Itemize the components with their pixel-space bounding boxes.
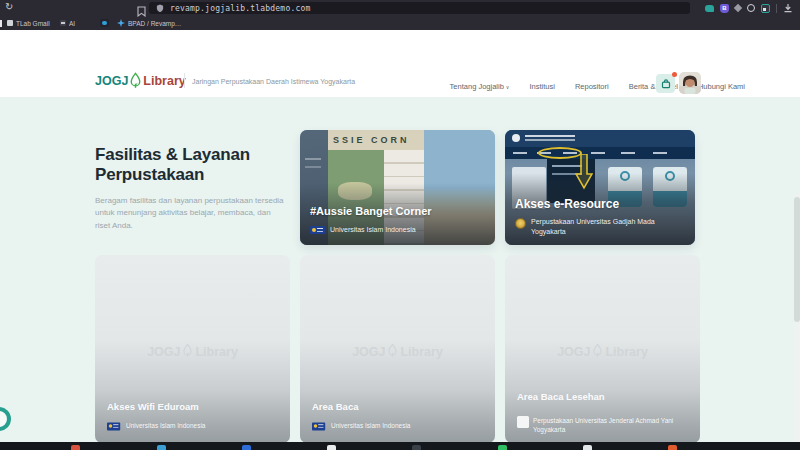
logo-text-library: Library — [143, 74, 185, 88]
yellow-arrow-annotation — [575, 154, 593, 192]
shield-icon — [156, 4, 164, 13]
url-bar[interactable]: revamp.jogjalib.tlabdemo.com — [149, 2, 690, 14]
taskbar-app-icon-5[interactable] — [412, 445, 421, 450]
cut-bookmark-icon[interactable] — [0, 20, 2, 27]
taskbar-app-icon-1[interactable] — [71, 445, 80, 450]
notification-dot — [672, 72, 677, 77]
camera-bookmark-icon[interactable] — [100, 19, 109, 27]
cart-button[interactable] — [656, 74, 675, 93]
bookmark-bpad-revamp[interactable]: BPAD / Revamp… — [128, 20, 181, 27]
screenshot-site-header — [505, 130, 695, 147]
tlab-gmail-icon — [7, 20, 13, 26]
frame-extension-icon[interactable] — [761, 4, 770, 13]
uii-logo — [310, 226, 325, 235]
site-header: JOGJ Library Jaringan Perpustakaan Daera… — [0, 30, 800, 76]
card-org-row: Perpustakaan Universitas Gadjah Mada Yog… — [515, 217, 681, 237]
card-org-name: Universitas Islam Indonesia — [126, 421, 205, 431]
url-text: revamp.jogjalib.tlabdemo.com — [170, 4, 310, 13]
card-org-row: Perpustakaan Universitas Jenderal Achmad… — [517, 416, 693, 436]
ugm-logo — [515, 218, 526, 229]
bookmarks-bar: TLab Gmail AI BPAD / Revamp… — [0, 16, 800, 30]
diamond-extension-icon[interactable] — [734, 4, 742, 12]
card-title: Akses e-Resource — [515, 197, 619, 211]
section-description: Beragam fasilitas dan layanan perpustaka… — [95, 195, 285, 232]
taskbar-app-icon-7[interactable] — [583, 445, 592, 450]
card-title: Area Baca — [312, 401, 358, 412]
tree-logo-icon — [129, 72, 142, 89]
bookmark-ai[interactable]: AI — [69, 20, 75, 27]
card-org-row: Universitas Islam Indonesia — [312, 421, 410, 431]
os-taskbar — [0, 442, 800, 450]
site-logo[interactable]: JOGJ Library — [95, 72, 186, 90]
placeholder-watermark: JOGJ Library — [95, 343, 290, 360]
placeholder-watermark: JOGJ Library — [505, 343, 700, 360]
reload-icon[interactable]: ↻ — [5, 1, 13, 12]
card-akses-e-resource[interactable]: Akses e-Resource Perpustakaan Universita… — [505, 130, 695, 245]
section-title: Fasilitas & Layanan Perpustakaan — [95, 145, 300, 186]
section-header: Fasilitas & Layanan Perpustakaan Beragam… — [95, 145, 300, 232]
card-title: Area Baca Lesehan — [517, 391, 605, 402]
site-tagline: Jaringan Perpustakaan Daerah Istimewa Yo… — [192, 78, 355, 85]
unjani-logo — [517, 416, 529, 428]
ghost-extension-icon[interactable] — [747, 4, 755, 12]
avatar-image — [679, 72, 701, 94]
card-org-name: Perpustakaan Universitas Jenderal Achmad… — [533, 416, 693, 436]
card-title: #Aussie Banget Corner — [310, 205, 432, 217]
taskbar-app-icon-2[interactable] — [157, 445, 166, 450]
bookmark-tlab-gmail[interactable]: TLab Gmail — [16, 20, 50, 27]
card-org-name: Perpustakaan Universitas Gadjah Mada Yog… — [531, 217, 681, 237]
teal-extension-icon[interactable] — [705, 5, 714, 12]
placeholder-watermark: JOGJ Library — [300, 343, 495, 360]
scrollbar-thumb[interactable] — [794, 197, 800, 322]
card-akses-wifi-eduroam[interactable]: JOGJ Library Akses Wifi Eduroam Universi… — [95, 255, 290, 443]
card-org-name: Universitas Islam Indonesia — [331, 421, 410, 431]
tree-watermark-icon — [182, 343, 193, 358]
user-avatar[interactable] — [679, 72, 701, 94]
download-icon[interactable] — [783, 3, 793, 13]
nav-hubungi-kami[interactable]: Hubungi Kami — [698, 82, 745, 91]
nav-repositori[interactable]: Repositori — [575, 82, 609, 91]
bag-icon — [661, 79, 671, 89]
toolbar-separator — [776, 4, 777, 13]
taskbar-app-icon-4[interactable] — [327, 445, 336, 450]
taskbar-app-icon-6[interactable] — [498, 445, 507, 450]
card-org-row: Universitas Islam Indonesia — [107, 421, 205, 431]
card-aussie-banget-corner[interactable]: SSIE CORN #Aussie Banget Corner Universi… — [300, 130, 495, 245]
nav-tentang-jogjalib[interactable]: Tentang Jogjalib∨ — [450, 82, 510, 91]
ai-bookmark-icon — [60, 20, 66, 26]
tree-watermark-icon — [592, 343, 603, 358]
uii-logo — [107, 422, 120, 429]
header-divider — [184, 73, 185, 88]
card-title: Akses Wifi Eduroam — [107, 401, 199, 412]
card-area-baca-lesehan[interactable]: JOGJ Library Area Baca Lesehan Perpustak… — [505, 255, 700, 443]
nav-institusi[interactable]: Institusi — [530, 82, 555, 91]
extension-icons: B — [705, 2, 793, 14]
card-area-baca[interactable]: JOGJ Library Area Baca Universitas Islam… — [300, 255, 495, 443]
card-org-row: Universitas Islam Indonesia — [310, 225, 416, 235]
browser-toolbar: ↻ revamp.jogjalib.tlabdemo.com B TLab Gm… — [0, 0, 800, 30]
tree-watermark-icon — [387, 343, 398, 358]
taskbar-app-icon-8[interactable] — [668, 445, 677, 450]
page-body: Fasilitas & Layanan Perpustakaan Beragam… — [0, 97, 800, 443]
star-bookmark-icon — [117, 19, 125, 28]
card-org-name: Universitas Islam Indonesia — [330, 225, 416, 235]
scrollbar-track — [793, 194, 800, 450]
logo-text-jogj: JOGJ — [95, 74, 128, 88]
taskbar-app-icon-3[interactable] — [242, 445, 251, 450]
shield-b-extension-icon[interactable]: B — [720, 4, 729, 13]
uii-logo — [312, 422, 325, 429]
screenshot-menu-bar — [505, 147, 695, 159]
chevron-down-icon: ∨ — [506, 84, 510, 90]
